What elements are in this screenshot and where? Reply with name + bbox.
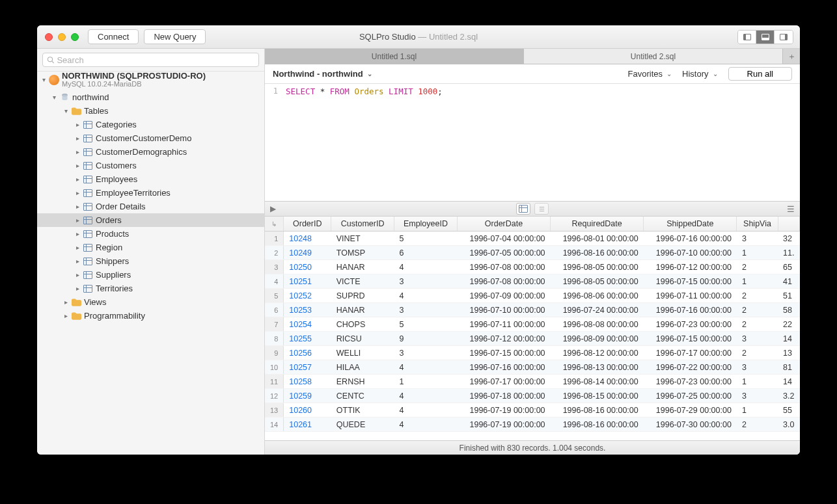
cell[interactable]: 1996-08-08 00:00:00 [551, 317, 644, 332]
cell[interactable]: 4 [394, 403, 457, 418]
cell[interactable]: 1996-08-16 00:00:00 [551, 403, 644, 418]
editor-content[interactable]: SELECT * FROM Orders LIMIT 1000; [283, 84, 443, 201]
cell[interactable]: 14 [778, 332, 799, 346]
cell[interactable]: 1996-07-25 00:00:00 [644, 389, 737, 403]
disclosure-triangle-icon[interactable]: ▸ [74, 135, 81, 142]
cell[interactable]: 4 [394, 289, 457, 303]
cell[interactable]: 1996-07-15 00:00:00 [457, 346, 550, 360]
cell[interactable]: 58 [778, 303, 799, 317]
cell[interactable]: 1996-07-08 00:00:00 [457, 260, 550, 274]
column-header[interactable]: CustomerID [331, 217, 394, 232]
cell[interactable]: 1996-07-04 00:00:00 [457, 232, 550, 246]
cell[interactable]: 1996-07-05 00:00:00 [457, 246, 550, 260]
tables-folder[interactable]: ▾ Tables [37, 104, 264, 118]
cell[interactable]: 10256 [284, 346, 331, 360]
table-node[interactable]: ▸CustomerCustomerDemo [37, 131, 264, 145]
results-text-view-button[interactable]: ☰ [534, 203, 549, 215]
table-row[interactable]: 410251VICTE31996-07-08 00:00:001996-08-0… [265, 274, 800, 289]
cell[interactable]: 1 [394, 375, 457, 389]
disclosure-triangle-icon[interactable]: ▾ [50, 94, 58, 101]
context-selector[interactable]: Northwind - northwind ⌄ [273, 69, 372, 79]
views-folder[interactable]: ▸ Views [37, 295, 264, 309]
cell[interactable]: 10248 [284, 232, 331, 246]
cell[interactable]: 1 [737, 375, 778, 389]
disclosure-triangle-icon[interactable]: ▸ [62, 312, 70, 319]
cell[interactable]: 1996-07-16 00:00:00 [644, 232, 737, 246]
cell[interactable]: 2 [737, 289, 778, 303]
cell[interactable]: 1996-08-06 00:00:00 [551, 289, 644, 303]
cell[interactable]: 1996-08-16 00:00:00 [551, 246, 644, 260]
column-header[interactable]: ShippedDate [644, 217, 737, 232]
cell[interactable]: 1 [737, 246, 778, 260]
cell[interactable]: 1996-07-30 00:00:00 [644, 418, 737, 432]
cell[interactable]: 1996-07-19 00:00:00 [457, 418, 550, 432]
cell[interactable]: 3 [394, 346, 457, 360]
favorites-menu[interactable]: Favorites⌄ [628, 69, 672, 79]
table-row[interactable]: 310250HANAR41996-07-08 00:00:001996-08-0… [265, 260, 800, 274]
zoom-window-button[interactable] [71, 33, 79, 41]
search-field[interactable] [42, 53, 259, 67]
cell[interactable]: 1996-07-11 00:00:00 [644, 289, 737, 303]
cell[interactable]: 2 [737, 418, 778, 432]
cell[interactable]: 13 [778, 346, 799, 360]
cell[interactable]: 3 [394, 274, 457, 289]
cell[interactable]: 1996-08-13 00:00:00 [551, 360, 644, 375]
cell[interactable]: 1996-07-17 00:00:00 [644, 346, 737, 360]
table-row[interactable]: 1110258ERNSH11996-07-17 00:00:001996-08-… [265, 375, 800, 389]
cell[interactable]: 51 [778, 289, 799, 303]
cell[interactable]: 4 [394, 418, 457, 432]
cell[interactable]: 10252 [284, 289, 331, 303]
results-grid[interactable]: ↳OrderIDCustomerIDEmployeeIDOrderDateReq… [265, 217, 800, 440]
cell[interactable]: 2 [737, 303, 778, 317]
cell[interactable]: 1996-07-29 00:00:00 [644, 403, 737, 418]
column-header[interactable]: OrderID [284, 217, 331, 232]
table-row[interactable]: 910256WELLI31996-07-15 00:00:001996-08-1… [265, 346, 800, 360]
column-header[interactable] [778, 217, 799, 232]
disclosure-triangle-icon[interactable]: ▸ [74, 230, 81, 237]
cell[interactable]: 2 [737, 260, 778, 274]
cell[interactable]: CHOPS [331, 317, 394, 332]
cell[interactable]: 1996-08-12 00:00:00 [551, 346, 644, 360]
cell[interactable]: 32 [778, 232, 799, 246]
disclosure-triangle-icon[interactable]: ▸ [74, 162, 81, 169]
cell[interactable]: VICTE [331, 274, 394, 289]
table-row[interactable]: 610253HANAR31996-07-10 00:00:001996-07-2… [265, 303, 800, 317]
cell[interactable]: 1996-07-19 00:00:00 [457, 403, 550, 418]
table-node[interactable]: ▸Products [37, 227, 264, 241]
disclosure-triangle-icon[interactable]: ▸ [74, 258, 81, 265]
cell[interactable]: 3 [737, 389, 778, 403]
disclosure-triangle-icon[interactable]: ▸ [74, 285, 81, 292]
cell[interactable]: HANAR [331, 260, 394, 274]
cell[interactable]: 1996-07-16 00:00:00 [457, 360, 550, 375]
cell[interactable]: 10257 [284, 360, 331, 375]
cell[interactable]: HILAA [331, 360, 394, 375]
table-node[interactable]: ▸Suppliers [37, 268, 264, 282]
cell[interactable]: 3 [737, 232, 778, 246]
cell[interactable]: OTTIK [331, 403, 394, 418]
layout-right-sidebar-button[interactable] [775, 31, 793, 44]
table-node[interactable]: ▸EmployeeTerritories [37, 186, 264, 200]
cell[interactable]: 3 [394, 303, 457, 317]
column-header[interactable]: ShipVia [737, 217, 778, 232]
cell[interactable]: 1996-08-05 00:00:00 [551, 260, 644, 274]
cell[interactable]: 1 [737, 403, 778, 418]
database-node[interactable]: ▾ northwind [37, 90, 264, 104]
table-row[interactable]: 1010257HILAA41996-07-16 00:00:001996-08-… [265, 360, 800, 375]
table-node[interactable]: ▸Shippers [37, 254, 264, 268]
table-node[interactable]: ▸Customers [37, 159, 264, 172]
column-header[interactable]: OrderDate [457, 217, 550, 232]
disclosure-triangle-icon[interactable]: ▸ [74, 121, 81, 128]
table-row[interactable]: 710254CHOPS51996-07-11 00:00:001996-08-0… [265, 317, 800, 332]
cell[interactable]: 1996-07-18 00:00:00 [457, 389, 550, 403]
cell[interactable]: 3 [737, 360, 778, 375]
cell[interactable]: 1 [737, 274, 778, 289]
close-window-button[interactable] [45, 33, 53, 41]
cell[interactable]: 10255 [284, 332, 331, 346]
run-all-button[interactable]: Run all [728, 67, 792, 81]
cell[interactable]: 22 [778, 317, 799, 332]
disclosure-triangle-icon[interactable]: ▸ [74, 203, 81, 210]
cell[interactable]: TOMSP [331, 246, 394, 260]
cell[interactable]: 11. [778, 246, 799, 260]
table-row[interactable]: 1210259CENTC41996-07-18 00:00:001996-08-… [265, 389, 800, 403]
cell[interactable]: 3.0 [778, 418, 799, 432]
